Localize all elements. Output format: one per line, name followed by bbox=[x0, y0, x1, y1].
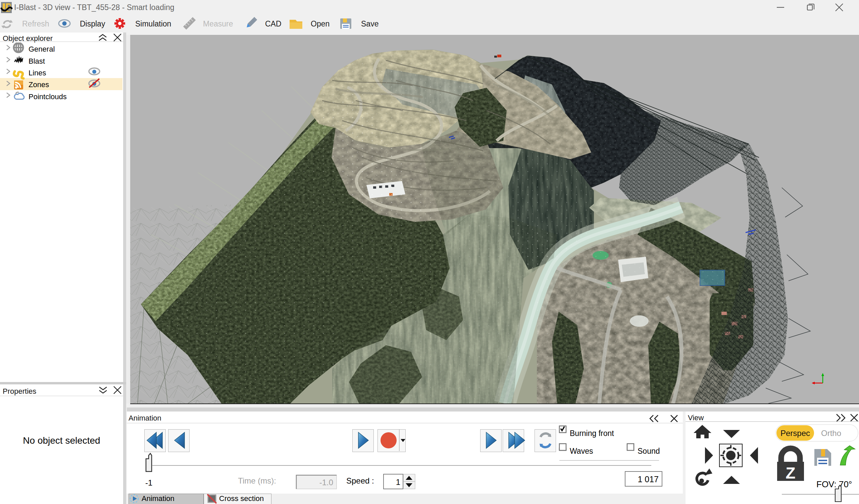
svg-text:FOV: 70°: FOV: 70° bbox=[816, 479, 852, 489]
svg-text:Burning front: Burning front bbox=[570, 429, 614, 438]
svg-text:Time (ms):: Time (ms): bbox=[238, 476, 276, 485]
svg-text:1 017: 1 017 bbox=[637, 474, 659, 484]
svg-text:Waves: Waves bbox=[570, 447, 593, 455]
svg-text:Sound: Sound bbox=[637, 447, 660, 455]
svg-text:-1: -1 bbox=[145, 478, 152, 487]
svg-text:Perspec: Perspec bbox=[781, 429, 810, 438]
svg-text:Speed :: Speed : bbox=[346, 476, 374, 485]
svg-text:Z: Z bbox=[785, 464, 795, 482]
svg-text:1: 1 bbox=[396, 477, 400, 487]
svg-text:-1.0: -1.0 bbox=[319, 478, 333, 487]
svg-text:Ortho: Ortho bbox=[821, 429, 841, 438]
